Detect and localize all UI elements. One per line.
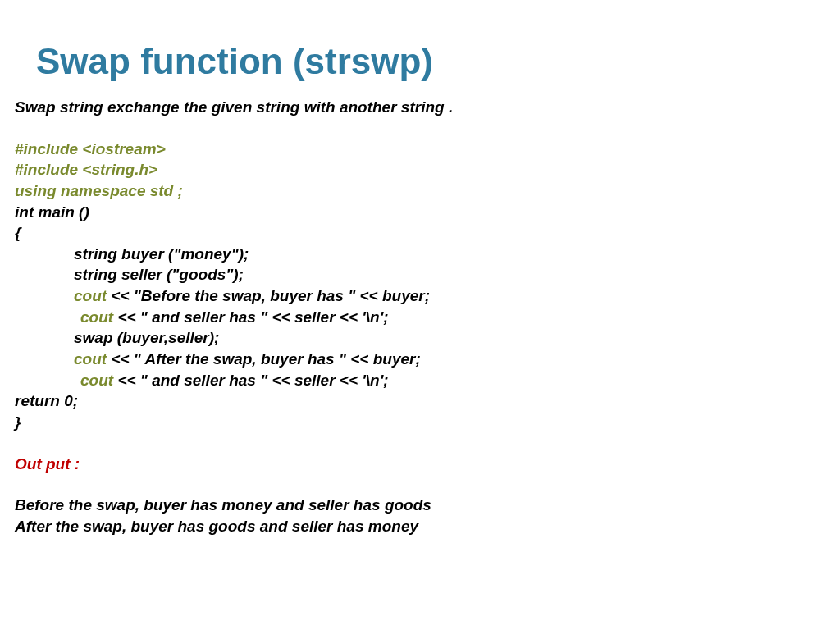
cout-keyword: cout: [74, 350, 107, 368]
code-cout-before2: cout << " and seller has " << seller << …: [15, 307, 840, 328]
output-line1: Before the swap, buyer has money and sel…: [15, 495, 840, 516]
blank-line: [15, 118, 840, 139]
code-frag: << " After the swap, buyer has " << buye…: [107, 350, 421, 368]
code-include1: #include <iostream>: [15, 139, 840, 160]
code-namespace: using namespace std ;: [15, 180, 840, 202]
blank-line: [15, 474, 840, 495]
cout-keyword: cout: [80, 372, 113, 389]
code-brace-close: }: [15, 412, 840, 433]
code-brace-open: {: [15, 222, 840, 244]
slide: Swap function (strswp) Swap string excha…: [0, 41, 840, 537]
code-cout-after2: cout << " and seller has " << seller << …: [15, 370, 840, 391]
cout-keyword: cout: [80, 308, 113, 326]
code-seller-decl: string seller ("goods");: [15, 264, 840, 285]
code-frag: << " and seller has " << seller << '\n';: [113, 308, 388, 326]
cout-keyword: cout: [74, 287, 107, 304]
output-line2: After the swap, buyer has goods and sell…: [15, 516, 840, 537]
code-frag: << " and seller has " << seller << '\n';: [113, 372, 388, 389]
output-label: Out put :: [15, 454, 840, 475]
code-main-sig: int main (): [15, 202, 840, 223]
code-swap-call: swap (buyer,seller);: [15, 327, 840, 349]
description-line: Swap string exchange the given string wi…: [15, 97, 840, 118]
code-cout-after1: cout << " After the swap, buyer has " <<…: [15, 349, 840, 370]
blank-line: [15, 433, 840, 454]
code-buyer-decl: string buyer ("money");: [15, 244, 840, 265]
slide-body: Swap string exchange the given string wi…: [15, 97, 840, 537]
code-cout-before1: cout << "Before the swap, buyer has " <<…: [15, 285, 840, 307]
code-include2: #include <string.h>: [15, 159, 840, 180]
code-frag: << "Before the swap, buyer has " << buye…: [107, 287, 430, 304]
slide-title: Swap function (strswp): [36, 41, 840, 82]
code-return: return 0;: [15, 390, 840, 412]
